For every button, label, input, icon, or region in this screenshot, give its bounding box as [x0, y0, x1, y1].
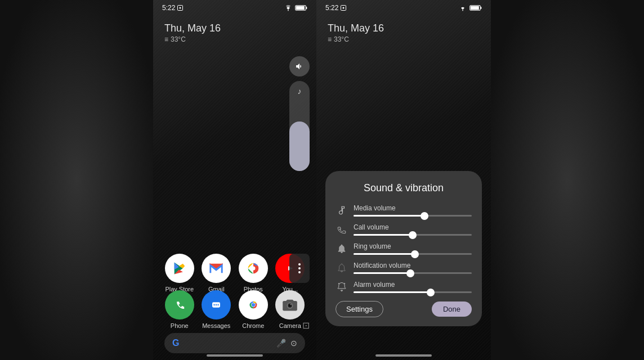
volume-note-icon: ♪ — [298, 87, 302, 96]
media-volume-row: Media volume — [336, 204, 472, 217]
media-volume-label: Media volume — [354, 204, 472, 212]
chrome-label: Chrome — [242, 322, 264, 329]
scene: 5:22 Thu, May 16 ≡ 33°C — [0, 0, 644, 360]
camera-label: Camera — [279, 322, 301, 329]
more-button[interactable] — [289, 254, 310, 283]
notification-vol-icon — [336, 262, 348, 274]
ring-vol-icon — [336, 242, 348, 255]
chrome-icon[interactable] — [239, 290, 268, 320]
volume-button[interactable] — [289, 56, 310, 76]
volume-sidebar[interactable]: ♪ — [289, 56, 310, 171]
notification-volume-label: Notification volume — [354, 262, 472, 269]
svg-point-12 — [218, 304, 219, 305]
notification-volume-track[interactable] — [354, 272, 472, 274]
messages-label: Messages — [202, 322, 230, 329]
call-volume-fill — [354, 234, 413, 236]
ring-volume-track[interactable] — [354, 253, 472, 255]
messages-icon[interactable] — [202, 290, 231, 320]
left-date-widget: Thu, May 16 ≡ 33°C — [164, 22, 221, 43]
app-camera[interactable]: Camera — [275, 290, 306, 329]
alarm-volume-track[interactable] — [354, 291, 472, 293]
lens-icon[interactable]: ⊙ — [290, 339, 297, 348]
app-chrome[interactable]: Chrome — [238, 290, 269, 329]
notification-volume-fill — [354, 272, 410, 274]
svg-point-5 — [251, 267, 255, 271]
call-volume-thumb[interactable] — [409, 231, 417, 239]
svg-rect-26 — [480, 7, 481, 9]
svg-line-27 — [338, 283, 339, 284]
app-phone[interactable]: Phone — [164, 290, 195, 329]
svg-point-7 — [172, 297, 187, 313]
phone-icon[interactable] — [165, 290, 194, 320]
done-button[interactable]: Done — [432, 302, 472, 317]
gmail-icon[interactable] — [202, 254, 231, 283]
alarm-volume-label: Alarm volume — [354, 281, 472, 289]
volume-track[interactable]: ♪ — [289, 81, 310, 171]
alarm-volume-row: Alarm volume — [336, 281, 472, 293]
app-photos[interactable]: Photos — [238, 254, 269, 292]
right-wifi-icon — [459, 5, 467, 11]
right-home-indicator — [375, 354, 432, 357]
call-volume-track[interactable] — [354, 234, 472, 236]
svg-rect-3 — [296, 6, 305, 10]
playstore-icon[interactable] — [165, 254, 194, 283]
phone-label: Phone — [171, 322, 189, 329]
app-youtube[interactable]: You... — [275, 254, 306, 292]
media-vol-icon — [336, 204, 348, 217]
call-volume-content: Call volume — [354, 223, 472, 236]
app-grid-row1: Play Store Gmail — [164, 254, 305, 292]
svg-rect-4 — [306, 7, 307, 9]
alarm-vol-icon — [336, 281, 348, 293]
call-vol-icon — [336, 223, 348, 236]
right-blur-panel — [491, 0, 644, 360]
ring-volume-label: Ring volume — [354, 242, 472, 250]
sound-vibration-panel: Sound & vibration Media volume — [325, 171, 482, 326]
media-volume-track[interactable] — [354, 215, 472, 217]
alarm-volume-thumb[interactable] — [427, 289, 435, 296]
search-bar[interactable]: G 🎤 ⊙ — [164, 333, 305, 353]
right-battery-icon — [469, 4, 482, 11]
call-volume-label: Call volume — [354, 223, 472, 231]
app-playstore[interactable]: Play Store — [164, 254, 195, 292]
left-battery-icon — [295, 4, 307, 11]
sound-panel-title: Sound & vibration — [336, 182, 472, 194]
camera-icon[interactable] — [275, 290, 305, 320]
left-weather: ≡ 33°C — [164, 35, 221, 43]
volume-fill — [289, 122, 310, 171]
svg-point-16 — [252, 303, 255, 307]
right-phone: 5:22 Thu, May 16 ≡ 33°C Sound & vibratio… — [316, 0, 491, 360]
svg-point-23 — [343, 7, 345, 9]
media-volume-content: Media volume — [354, 204, 472, 217]
right-status-bar: 5:22 — [316, 0, 491, 16]
left-time: 5:22 — [162, 4, 184, 12]
app-dock: Phone Messages — [164, 290, 305, 329]
notification-volume-row: Notification volume — [336, 262, 472, 274]
media-volume-fill — [354, 215, 424, 217]
right-date: Thu, May 16 — [328, 22, 384, 34]
left-blur-panel — [0, 0, 153, 360]
svg-point-10 — [214, 304, 215, 305]
left-date: Thu, May 16 — [164, 22, 221, 34]
mic-icon[interactable]: 🎤 — [276, 339, 286, 348]
svg-rect-25 — [471, 6, 479, 10]
sound-panel-footer: Settings Done — [336, 301, 472, 317]
settings-button[interactable]: Settings — [336, 301, 383, 317]
notification-volume-content: Notification volume — [354, 262, 472, 274]
app-messages[interactable]: Messages — [202, 290, 232, 329]
notification-volume-thumb[interactable] — [406, 269, 414, 277]
google-g: G — [172, 338, 179, 348]
left-screenshot-icon — [177, 4, 184, 11]
left-phone: 5:22 Thu, May 16 ≡ 33°C — [153, 0, 316, 360]
app-gmail[interactable]: Gmail — [202, 254, 232, 292]
alarm-volume-fill — [354, 291, 431, 293]
photos-icon[interactable] — [239, 254, 268, 283]
left-home-indicator — [207, 354, 263, 357]
ring-volume-row: Ring volume — [336, 242, 472, 255]
media-volume-thumb[interactable] — [421, 212, 428, 220]
ring-volume-thumb[interactable] — [411, 250, 419, 258]
phone-wrapper: 5:22 Thu, May 16 ≡ 33°C — [153, 0, 491, 360]
call-volume-row: Call volume — [336, 223, 472, 236]
svg-point-21 — [290, 304, 292, 305]
volume-icon — [295, 62, 304, 71]
right-status-icons — [459, 4, 482, 11]
